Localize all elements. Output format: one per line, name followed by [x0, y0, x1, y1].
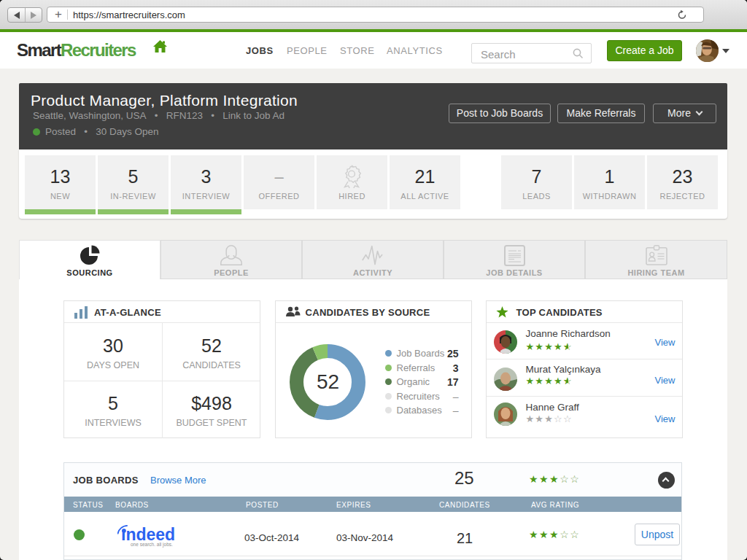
svg-text:one search. all jobs.: one search. all jobs. — [131, 542, 173, 548]
